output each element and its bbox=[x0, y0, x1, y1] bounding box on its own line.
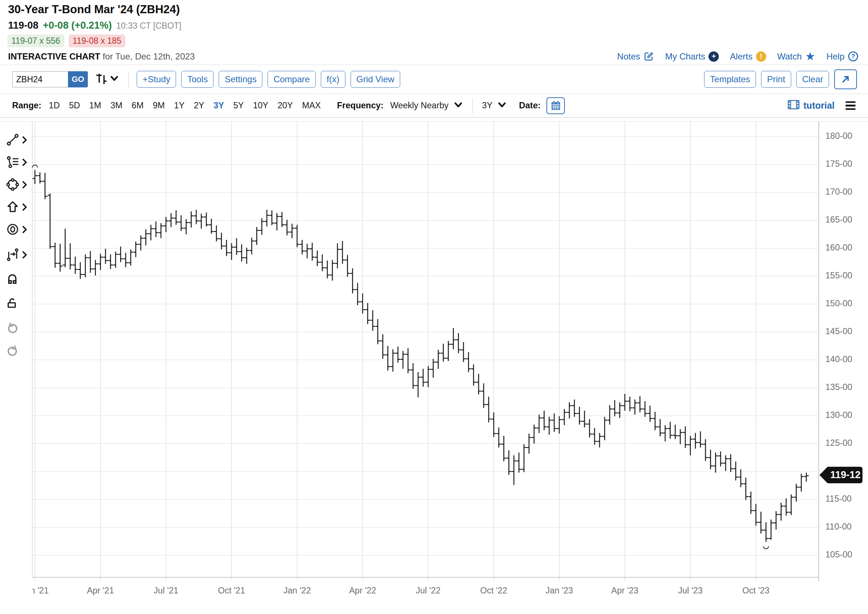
range-5d[interactable]: 5D bbox=[69, 101, 80, 110]
ohlc-bar bbox=[456, 333, 461, 353]
quote-time: 10:33 CT [CBOT] bbox=[116, 21, 181, 31]
trendline-tool[interactable] bbox=[6, 133, 28, 147]
ohlc-bar bbox=[748, 492, 753, 514]
period-dropdown[interactable]: 3Y bbox=[482, 101, 507, 110]
ohlc-bar bbox=[744, 478, 748, 500]
ohlc-bar bbox=[386, 346, 390, 371]
tutorial-link[interactable]: tutorial bbox=[787, 99, 835, 112]
ohlc-bar bbox=[426, 366, 431, 388]
bid-chip: 119-07 x 556 bbox=[7, 34, 64, 47]
ohlc-bar bbox=[769, 519, 773, 540]
link-label: Watch bbox=[777, 51, 802, 62]
measure-tool-icon bbox=[6, 248, 19, 262]
link-notes[interactable]: Notes bbox=[617, 51, 654, 62]
period-value: 3Y bbox=[482, 101, 493, 110]
range-5y[interactable]: 5Y bbox=[233, 101, 244, 110]
shapes-tool[interactable] bbox=[6, 178, 28, 191]
range-3m[interactable]: 3M bbox=[110, 101, 122, 110]
link-alerts[interactable]: Alerts! bbox=[730, 51, 766, 62]
ohlc-bar bbox=[315, 250, 320, 266]
range-max[interactable]: MAX bbox=[302, 101, 321, 110]
range-3y[interactable]: 3Y bbox=[213, 101, 224, 110]
link-help[interactable]: Help? bbox=[826, 51, 859, 62]
compare-button[interactable]: Compare bbox=[268, 71, 316, 88]
range-9m[interactable]: 9M bbox=[153, 101, 165, 110]
symbol-input[interactable] bbox=[12, 71, 68, 87]
range-6m[interactable]: 6M bbox=[132, 101, 144, 110]
range-1y[interactable]: 1Y bbox=[174, 101, 185, 110]
ohlc-bar bbox=[148, 225, 153, 240]
clear-button[interactable]: Clear bbox=[796, 71, 829, 88]
study-button[interactable]: +Study bbox=[137, 71, 176, 88]
ohlc-bar bbox=[330, 260, 335, 281]
go-button[interactable]: GO bbox=[68, 71, 88, 87]
unlock-tool[interactable] bbox=[6, 297, 19, 310]
chevron-right-icon bbox=[22, 251, 28, 259]
ohlc-bar bbox=[632, 400, 637, 415]
ohlc-bar bbox=[698, 431, 703, 448]
templates-button[interactable]: Templates bbox=[704, 71, 756, 88]
settings-button[interactable]: Settings bbox=[219, 71, 262, 88]
ohlc-bar bbox=[174, 211, 179, 225]
calendar-button[interactable] bbox=[546, 97, 565, 114]
ohlc-bar bbox=[254, 227, 259, 245]
y-axis-label: 145-00 bbox=[825, 326, 852, 336]
ohlc-bar bbox=[789, 494, 794, 515]
ohlc-bar bbox=[653, 412, 657, 430]
ohlc-bar bbox=[260, 218, 264, 235]
frequency-label: Frequency: bbox=[337, 101, 384, 110]
menu-icon[interactable] bbox=[844, 100, 857, 112]
ohlc-bar bbox=[738, 469, 743, 487]
y-axis-label: 110-00 bbox=[825, 522, 851, 531]
ohlc-bar bbox=[163, 217, 168, 232]
range-20y[interactable]: 20Y bbox=[277, 101, 293, 110]
link-watch[interactable]: Watch★ bbox=[777, 51, 815, 62]
range-2y[interactable]: 2Y bbox=[194, 101, 204, 110]
arrow-marker-tool[interactable] bbox=[6, 200, 28, 214]
ohlc-bar bbox=[602, 417, 607, 440]
range-1d[interactable]: 1D bbox=[49, 101, 60, 110]
f-x-button[interactable]: f(x) bbox=[321, 71, 345, 88]
ohlc-bar bbox=[68, 243, 73, 269]
toolbar-buttons: +StudyToolsSettingsComparef(x)Grid View bbox=[137, 71, 400, 88]
trendline-tool-icon bbox=[6, 133, 19, 147]
ohlc-bar bbox=[486, 397, 491, 422]
link-label: My Charts bbox=[665, 51, 705, 62]
range-10y[interactable]: 10Y bbox=[253, 101, 268, 110]
y-axis-label: 155-00 bbox=[825, 271, 852, 280]
ohlc-bar bbox=[713, 453, 718, 473]
ohlc-bar bbox=[43, 173, 47, 199]
ohlc-bar bbox=[638, 396, 642, 412]
ohlc-bar bbox=[794, 484, 798, 502]
frequency-dropdown[interactable]: Weekly Nearby bbox=[390, 101, 463, 110]
redo-tool[interactable] bbox=[6, 345, 19, 358]
ohlc-bar bbox=[320, 254, 325, 271]
rangebar-right-group: tutorial bbox=[787, 99, 857, 112]
ohlc-bar bbox=[804, 473, 809, 481]
chevron-right-icon bbox=[22, 203, 28, 211]
ohlc-bar bbox=[310, 243, 314, 261]
ohlc-bar bbox=[224, 240, 229, 256]
undo-tool[interactable] bbox=[6, 322, 19, 335]
ohlc-bar bbox=[567, 403, 572, 419]
price-chart-canvas[interactable]: 180-00175-00170-00165-00160-00155-00150-… bbox=[0, 121, 868, 614]
counter-tool[interactable] bbox=[6, 223, 28, 236]
magnet-tool[interactable] bbox=[6, 273, 19, 285]
ohlc-bar bbox=[512, 455, 516, 485]
tools-button[interactable]: Tools bbox=[181, 71, 213, 88]
ohlc-bar bbox=[784, 498, 789, 516]
ohlc-bar bbox=[58, 244, 62, 272]
ohlc-bar bbox=[345, 255, 350, 276]
expand-button[interactable] bbox=[834, 70, 857, 89]
chart-type-selector[interactable] bbox=[95, 71, 119, 87]
annotation-tool[interactable] bbox=[6, 155, 28, 169]
measure-tool[interactable] bbox=[6, 248, 28, 262]
ohlc-bar bbox=[718, 451, 723, 467]
ohlc-bar bbox=[622, 394, 627, 411]
ohlc-bar bbox=[537, 415, 542, 433]
print-button[interactable]: Print bbox=[761, 71, 791, 88]
ohlc-bar bbox=[627, 397, 632, 411]
grid-view-button[interactable]: Grid View bbox=[351, 71, 401, 88]
link-my-charts[interactable]: My Charts+ bbox=[665, 51, 719, 62]
range-1m[interactable]: 1M bbox=[89, 101, 101, 110]
